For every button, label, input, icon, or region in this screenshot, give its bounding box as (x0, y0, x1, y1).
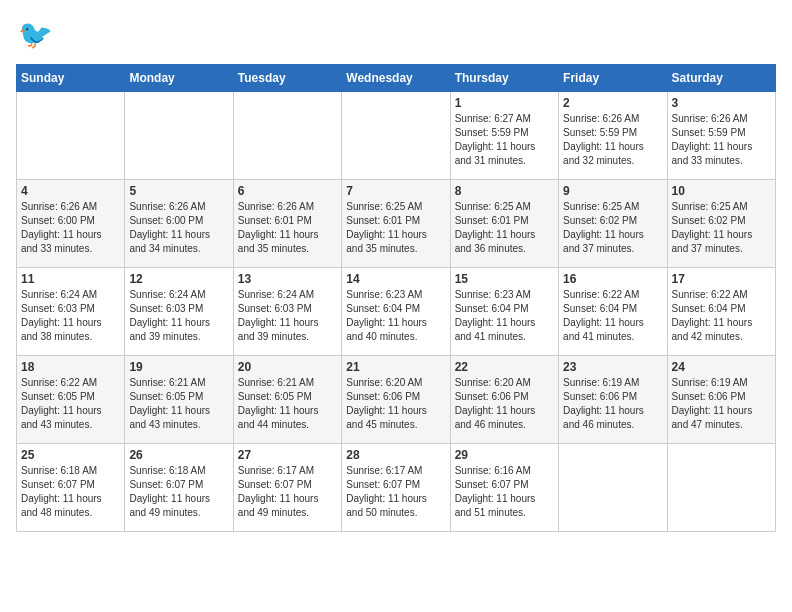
day-number: 23 (563, 360, 662, 374)
header: 🐦 (16, 16, 776, 56)
calendar-table: SundayMondayTuesdayWednesdayThursdayFrid… (16, 64, 776, 532)
day-info: Sunrise: 6:17 AM Sunset: 6:07 PM Dayligh… (346, 464, 445, 520)
day-info: Sunrise: 6:26 AM Sunset: 5:59 PM Dayligh… (563, 112, 662, 168)
day-info: Sunrise: 6:25 AM Sunset: 6:02 PM Dayligh… (563, 200, 662, 256)
day-info: Sunrise: 6:17 AM Sunset: 6:07 PM Dayligh… (238, 464, 337, 520)
calendar-cell: 23Sunrise: 6:19 AM Sunset: 6:06 PM Dayli… (559, 356, 667, 444)
day-number: 7 (346, 184, 445, 198)
calendar-cell: 9Sunrise: 6:25 AM Sunset: 6:02 PM Daylig… (559, 180, 667, 268)
day-info: Sunrise: 6:18 AM Sunset: 6:07 PM Dayligh… (129, 464, 228, 520)
header-cell-saturday: Saturday (667, 65, 775, 92)
day-info: Sunrise: 6:21 AM Sunset: 6:05 PM Dayligh… (129, 376, 228, 432)
day-number: 11 (21, 272, 120, 286)
day-number: 15 (455, 272, 554, 286)
day-info: Sunrise: 6:21 AM Sunset: 6:05 PM Dayligh… (238, 376, 337, 432)
calendar-cell (17, 92, 125, 180)
day-number: 27 (238, 448, 337, 462)
day-info: Sunrise: 6:25 AM Sunset: 6:01 PM Dayligh… (346, 200, 445, 256)
calendar-cell: 17Sunrise: 6:22 AM Sunset: 6:04 PM Dayli… (667, 268, 775, 356)
day-number: 24 (672, 360, 771, 374)
calendar-header: SundayMondayTuesdayWednesdayThursdayFrid… (17, 65, 776, 92)
calendar-row: 18Sunrise: 6:22 AM Sunset: 6:05 PM Dayli… (17, 356, 776, 444)
day-info: Sunrise: 6:20 AM Sunset: 6:06 PM Dayligh… (455, 376, 554, 432)
calendar-cell: 21Sunrise: 6:20 AM Sunset: 6:06 PM Dayli… (342, 356, 450, 444)
day-info: Sunrise: 6:23 AM Sunset: 6:04 PM Dayligh… (455, 288, 554, 344)
day-number: 20 (238, 360, 337, 374)
calendar-cell: 4Sunrise: 6:26 AM Sunset: 6:00 PM Daylig… (17, 180, 125, 268)
day-info: Sunrise: 6:22 AM Sunset: 6:04 PM Dayligh… (672, 288, 771, 344)
calendar-row: 25Sunrise: 6:18 AM Sunset: 6:07 PM Dayli… (17, 444, 776, 532)
calendar-cell: 13Sunrise: 6:24 AM Sunset: 6:03 PM Dayli… (233, 268, 341, 356)
day-info: Sunrise: 6:22 AM Sunset: 6:04 PM Dayligh… (563, 288, 662, 344)
day-number: 13 (238, 272, 337, 286)
day-info: Sunrise: 6:19 AM Sunset: 6:06 PM Dayligh… (563, 376, 662, 432)
header-row: SundayMondayTuesdayWednesdayThursdayFrid… (17, 65, 776, 92)
day-info: Sunrise: 6:26 AM Sunset: 6:00 PM Dayligh… (21, 200, 120, 256)
day-number: 6 (238, 184, 337, 198)
day-number: 9 (563, 184, 662, 198)
day-number: 17 (672, 272, 771, 286)
day-info: Sunrise: 6:20 AM Sunset: 6:06 PM Dayligh… (346, 376, 445, 432)
calendar-cell: 2Sunrise: 6:26 AM Sunset: 5:59 PM Daylig… (559, 92, 667, 180)
day-info: Sunrise: 6:24 AM Sunset: 6:03 PM Dayligh… (238, 288, 337, 344)
day-info: Sunrise: 6:25 AM Sunset: 6:01 PM Dayligh… (455, 200, 554, 256)
calendar-cell: 22Sunrise: 6:20 AM Sunset: 6:06 PM Dayli… (450, 356, 558, 444)
calendar-cell: 5Sunrise: 6:26 AM Sunset: 6:00 PM Daylig… (125, 180, 233, 268)
calendar-row: 4Sunrise: 6:26 AM Sunset: 6:00 PM Daylig… (17, 180, 776, 268)
day-info: Sunrise: 6:16 AM Sunset: 6:07 PM Dayligh… (455, 464, 554, 520)
calendar-cell (342, 92, 450, 180)
calendar-cell: 27Sunrise: 6:17 AM Sunset: 6:07 PM Dayli… (233, 444, 341, 532)
day-number: 26 (129, 448, 228, 462)
day-number: 2 (563, 96, 662, 110)
calendar-cell: 8Sunrise: 6:25 AM Sunset: 6:01 PM Daylig… (450, 180, 558, 268)
day-number: 19 (129, 360, 228, 374)
header-cell-friday: Friday (559, 65, 667, 92)
day-number: 18 (21, 360, 120, 374)
day-number: 29 (455, 448, 554, 462)
calendar-body: 1Sunrise: 6:27 AM Sunset: 5:59 PM Daylig… (17, 92, 776, 532)
calendar-cell: 29Sunrise: 6:16 AM Sunset: 6:07 PM Dayli… (450, 444, 558, 532)
calendar-cell: 12Sunrise: 6:24 AM Sunset: 6:03 PM Dayli… (125, 268, 233, 356)
calendar-cell (559, 444, 667, 532)
day-info: Sunrise: 6:19 AM Sunset: 6:06 PM Dayligh… (672, 376, 771, 432)
header-cell-sunday: Sunday (17, 65, 125, 92)
header-cell-monday: Monday (125, 65, 233, 92)
day-info: Sunrise: 6:24 AM Sunset: 6:03 PM Dayligh… (129, 288, 228, 344)
calendar-cell (233, 92, 341, 180)
svg-text:🐦: 🐦 (18, 18, 52, 51)
calendar-cell: 7Sunrise: 6:25 AM Sunset: 6:01 PM Daylig… (342, 180, 450, 268)
day-info: Sunrise: 6:26 AM Sunset: 6:00 PM Dayligh… (129, 200, 228, 256)
day-number: 10 (672, 184, 771, 198)
day-number: 1 (455, 96, 554, 110)
calendar-cell: 3Sunrise: 6:26 AM Sunset: 5:59 PM Daylig… (667, 92, 775, 180)
day-number: 22 (455, 360, 554, 374)
header-cell-wednesday: Wednesday (342, 65, 450, 92)
calendar-cell: 6Sunrise: 6:26 AM Sunset: 6:01 PM Daylig… (233, 180, 341, 268)
calendar-cell: 16Sunrise: 6:22 AM Sunset: 6:04 PM Dayli… (559, 268, 667, 356)
header-cell-thursday: Thursday (450, 65, 558, 92)
calendar-cell: 15Sunrise: 6:23 AM Sunset: 6:04 PM Dayli… (450, 268, 558, 356)
calendar-cell: 26Sunrise: 6:18 AM Sunset: 6:07 PM Dayli… (125, 444, 233, 532)
day-info: Sunrise: 6:26 AM Sunset: 6:01 PM Dayligh… (238, 200, 337, 256)
day-number: 16 (563, 272, 662, 286)
calendar-cell: 1Sunrise: 6:27 AM Sunset: 5:59 PM Daylig… (450, 92, 558, 180)
calendar-cell: 28Sunrise: 6:17 AM Sunset: 6:07 PM Dayli… (342, 444, 450, 532)
day-number: 14 (346, 272, 445, 286)
calendar-cell: 14Sunrise: 6:23 AM Sunset: 6:04 PM Dayli… (342, 268, 450, 356)
day-info: Sunrise: 6:23 AM Sunset: 6:04 PM Dayligh… (346, 288, 445, 344)
calendar-cell: 18Sunrise: 6:22 AM Sunset: 6:05 PM Dayli… (17, 356, 125, 444)
calendar-cell: 11Sunrise: 6:24 AM Sunset: 6:03 PM Dayli… (17, 268, 125, 356)
day-info: Sunrise: 6:22 AM Sunset: 6:05 PM Dayligh… (21, 376, 120, 432)
day-number: 28 (346, 448, 445, 462)
calendar-cell: 20Sunrise: 6:21 AM Sunset: 6:05 PM Dayli… (233, 356, 341, 444)
day-number: 4 (21, 184, 120, 198)
day-number: 3 (672, 96, 771, 110)
calendar-cell (125, 92, 233, 180)
day-number: 21 (346, 360, 445, 374)
calendar-cell (667, 444, 775, 532)
day-info: Sunrise: 6:24 AM Sunset: 6:03 PM Dayligh… (21, 288, 120, 344)
day-number: 5 (129, 184, 228, 198)
logo-icon: 🐦 (16, 16, 52, 52)
day-number: 8 (455, 184, 554, 198)
calendar-cell: 25Sunrise: 6:18 AM Sunset: 6:07 PM Dayli… (17, 444, 125, 532)
